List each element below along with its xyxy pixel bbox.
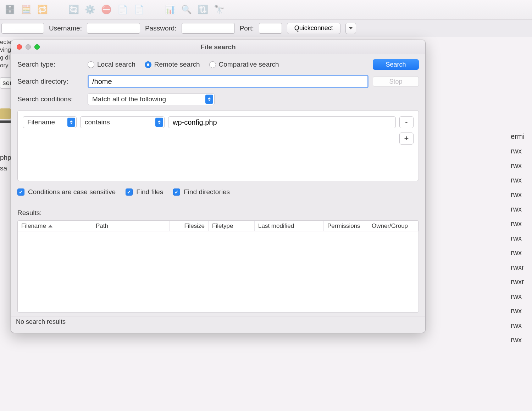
column-filetype[interactable]: Filetype bbox=[209, 221, 255, 231]
match-mode-select[interactable]: Match all of the following bbox=[88, 93, 215, 105]
permissions-column-fragment: ermi rwx rwx rwx rwx rwx rwx rwx rwx rwx… bbox=[511, 131, 532, 347]
window-minimize-icon[interactable] bbox=[26, 44, 31, 50]
sitemanager-icon[interactable]: 🗄️ bbox=[3, 3, 17, 16]
radio-icon bbox=[209, 61, 216, 68]
window-close-icon[interactable] bbox=[17, 44, 22, 50]
dialog-status-bar: No search results bbox=[11, 316, 425, 327]
checkbox-icon: ✓ bbox=[126, 188, 133, 196]
condition-field-select[interactable]: Filename bbox=[23, 116, 77, 128]
search-type-label: Search type: bbox=[17, 61, 83, 68]
quickconnect-button[interactable]: Quickconnect bbox=[287, 23, 340, 34]
username-label: Username: bbox=[49, 24, 82, 32]
chevron-updown-icon bbox=[155, 118, 163, 127]
sort-ascending-icon bbox=[48, 225, 52, 227]
chevron-down-icon bbox=[349, 27, 353, 29]
column-path[interactable]: Path bbox=[92, 221, 170, 231]
remove-condition-button[interactable]: - bbox=[399, 116, 414, 128]
toggle-panes-icon[interactable]: 🧮 bbox=[19, 3, 33, 16]
conditions-box: Filename contains - + bbox=[17, 110, 419, 181]
dialog-title: File search bbox=[11, 43, 425, 51]
sync-arrows-icon[interactable]: 🔁 bbox=[35, 3, 50, 16]
radio-comparative-search[interactable]: Comparative search bbox=[209, 61, 279, 68]
condition-row: Filename contains - bbox=[23, 116, 414, 128]
checkbox-find-directories[interactable]: ✓ Find directories bbox=[173, 188, 230, 196]
stop-button: Stop bbox=[373, 76, 419, 87]
compare-icon[interactable]: 📊 bbox=[163, 3, 177, 16]
main-toolbar: 🗄️ 🧮 🔁 🔄 ⚙️ ⛔ 📄 📄 📊 🔍 🔃 🔭 bbox=[0, 0, 532, 19]
binoculars-icon[interactable]: 🔭 bbox=[212, 3, 226, 16]
add-condition-button[interactable]: + bbox=[399, 133, 414, 145]
quickconnect-history-dropdown[interactable] bbox=[345, 23, 356, 34]
port-label: Port: bbox=[240, 24, 254, 32]
search-button[interactable]: Search bbox=[373, 59, 419, 70]
column-filename[interactable]: Filename bbox=[18, 221, 92, 231]
checkbox-icon: ✓ bbox=[17, 188, 24, 196]
dialog-titlebar[interactable]: File search bbox=[11, 40, 425, 54]
status-text: No search results bbox=[16, 318, 66, 326]
list-check-icon[interactable]: 📄 bbox=[132, 3, 146, 16]
refresh-icon[interactable]: 🔄 bbox=[67, 3, 81, 16]
condition-operator-select[interactable]: contains bbox=[80, 116, 165, 128]
username-input[interactable] bbox=[87, 23, 140, 34]
reconnect-icon[interactable]: 🔃 bbox=[196, 3, 210, 16]
file-search-dialog: File search Search type: Local search Re… bbox=[11, 40, 426, 333]
list-x-icon[interactable]: 📄 bbox=[116, 3, 130, 16]
column-last-modified[interactable]: Last modified bbox=[255, 221, 324, 231]
results-label: Results: bbox=[17, 209, 419, 217]
search-files-icon[interactable]: 🔍 bbox=[179, 3, 194, 16]
search-conditions-label: Search conditions: bbox=[17, 95, 83, 103]
checkbox-find-files[interactable]: ✓ Find files bbox=[126, 188, 163, 196]
host-input[interactable] bbox=[1, 23, 44, 34]
checkbox-icon: ✓ bbox=[173, 188, 180, 196]
process-queue-icon[interactable]: ⚙️ bbox=[83, 3, 97, 16]
folder-icon bbox=[0, 108, 11, 119]
cancel-icon[interactable]: ⛔ bbox=[99, 3, 113, 16]
divider-fragment bbox=[0, 120, 11, 123]
column-owner-group[interactable]: Owner/Group bbox=[368, 221, 419, 231]
radio-remote-search[interactable]: Remote search bbox=[145, 61, 200, 68]
separator bbox=[17, 204, 419, 204]
password-input[interactable] bbox=[182, 23, 235, 34]
chevron-updown-icon bbox=[205, 95, 213, 104]
checkbox-case-sensitive[interactable]: ✓ Conditions are case sensitive bbox=[17, 188, 116, 196]
password-label: Password: bbox=[145, 24, 177, 32]
results-table: Filename Path Filesize Filetype Last mod… bbox=[17, 220, 419, 313]
local-path-fragment: sers bbox=[0, 77, 11, 89]
column-filesize[interactable]: Filesize bbox=[170, 221, 209, 231]
search-directory-input[interactable] bbox=[88, 75, 368, 88]
radio-icon bbox=[145, 61, 151, 68]
chevron-updown-icon bbox=[67, 118, 75, 127]
window-zoom-icon[interactable] bbox=[34, 44, 40, 50]
search-directory-label: Search directory: bbox=[17, 78, 83, 85]
radio-icon bbox=[88, 61, 94, 68]
results-header-row: Filename Path Filesize Filetype Last mod… bbox=[18, 221, 419, 231]
port-input[interactable] bbox=[259, 23, 282, 34]
column-permissions[interactable]: Permissions bbox=[324, 221, 368, 231]
quickconnect-bar: Username: Password: Port: Quickconnect bbox=[0, 19, 532, 37]
radio-local-search[interactable]: Local search bbox=[88, 61, 135, 68]
condition-value-input[interactable] bbox=[168, 116, 396, 128]
local-list-fragment: php sa bbox=[0, 152, 11, 174]
